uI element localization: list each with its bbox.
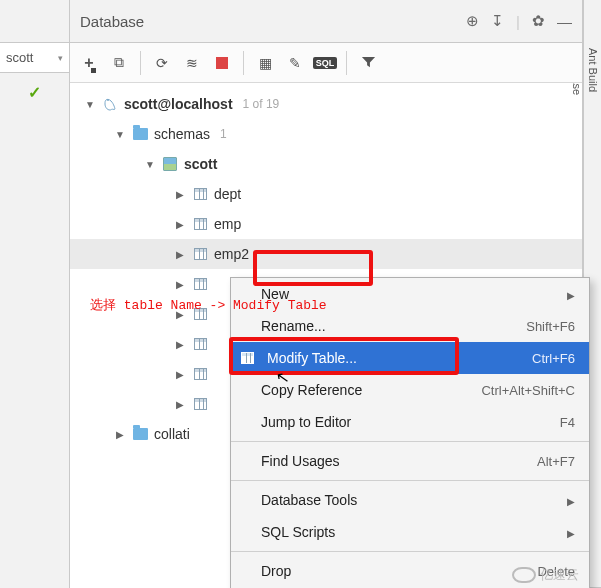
table-name: emp2	[214, 246, 249, 262]
left-user-label: scott	[6, 50, 33, 65]
gear-icon[interactable]: ✿	[532, 12, 545, 30]
annotation-text: 选择 table Name -> Modify Table	[90, 296, 327, 314]
add-button[interactable]: +	[76, 50, 102, 76]
panel-title: Database	[80, 13, 144, 30]
connection-label: scott@localhost	[124, 96, 233, 112]
collations-label: collati	[154, 426, 190, 442]
left-user-tab[interactable]: scott ▾	[0, 43, 69, 73]
watermark: 亿速云	[512, 566, 579, 584]
menu-item-database-tools[interactable]: Database Tools	[231, 484, 589, 516]
tree-schema-row[interactable]: scott	[70, 149, 582, 179]
table-icon	[194, 188, 207, 200]
duplicate-button[interactable]: ⧉	[106, 50, 132, 76]
collapse-icon[interactable]: ↧	[491, 12, 504, 30]
menu-separator	[231, 480, 589, 481]
shortcut-text: Ctrl+Alt+Shift+C	[481, 383, 575, 398]
schema-name: scott	[184, 156, 217, 172]
shortcut-text: F4	[560, 415, 575, 430]
menu-separator	[231, 441, 589, 442]
schemas-label: schemas	[154, 126, 210, 142]
menu-item-sql-scripts[interactable]: SQL Scripts	[231, 516, 589, 548]
menu-item-modify-table[interactable]: Modify Table... Ctrl+F6	[231, 342, 589, 374]
menu-separator	[231, 551, 589, 552]
sql-button[interactable]: SQL	[312, 50, 338, 76]
table-icon	[194, 398, 207, 410]
shortcut-text: Shift+F6	[526, 319, 575, 334]
shortcut-text: Alt+F7	[537, 454, 575, 469]
schema-icon	[163, 157, 177, 171]
menu-item-jump-to-editor[interactable]: Jump to Editor F4	[231, 406, 589, 438]
database-icon	[102, 96, 118, 112]
tree-schemas-row[interactable]: schemas 1	[70, 119, 582, 149]
chevron-right-icon[interactable]	[174, 368, 186, 380]
submenu-arrow-icon	[567, 524, 575, 540]
menu-item-find-usages[interactable]: Find Usages Alt+F7	[231, 445, 589, 477]
chevron-right-icon[interactable]	[174, 278, 186, 290]
tree-connection-row[interactable]: scott@localhost 1 of 19	[70, 89, 582, 119]
grid-button[interactable]: ▦	[252, 50, 278, 76]
menu-item-copy-reference[interactable]: Copy Reference Ctrl+Alt+Shift+C	[231, 374, 589, 406]
table-name: emp	[214, 216, 241, 232]
chevron-down-icon[interactable]	[84, 98, 96, 110]
refresh-button[interactable]: ⟳	[149, 50, 175, 76]
chevron-right-icon[interactable]	[174, 188, 186, 200]
connection-count: 1 of 19	[243, 97, 280, 111]
tree-table-row-selected[interactable]: emp2	[70, 239, 582, 269]
check-icon: ✓	[0, 83, 69, 102]
toolbar: + ⧉ ⟳ ≋ ▦ ✎ SQL	[70, 43, 582, 83]
chevron-down-icon: ▾	[58, 53, 63, 63]
submenu-arrow-icon	[567, 286, 575, 302]
submenu-arrow-icon	[567, 492, 575, 508]
table-icon	[194, 338, 207, 350]
chevron-down-icon[interactable]	[144, 158, 156, 170]
chevron-right-icon[interactable]	[114, 428, 126, 440]
svg-point-0	[107, 99, 109, 101]
minimize-icon[interactable]: —	[557, 13, 572, 30]
target-icon[interactable]: ⊕	[466, 12, 479, 30]
edit-button[interactable]: ✎	[282, 50, 308, 76]
query-button[interactable]: ≋	[179, 50, 205, 76]
table-icon	[239, 350, 255, 366]
filter-button[interactable]	[355, 50, 381, 76]
menu-item-rename[interactable]: Rename... Shift+F6	[231, 310, 589, 342]
cloud-icon	[512, 567, 536, 583]
panel-titlebar: Database ⊕ ↧ | ✿ —	[70, 0, 582, 43]
shortcut-text: Ctrl+F6	[532, 351, 575, 366]
chevron-right-icon[interactable]	[174, 248, 186, 260]
table-icon	[194, 248, 207, 260]
chevron-right-icon[interactable]	[174, 338, 186, 350]
tree-table-row[interactable]: dept	[70, 179, 582, 209]
tree-table-row[interactable]: emp	[70, 209, 582, 239]
table-icon	[194, 368, 207, 380]
schemas-count: 1	[220, 127, 227, 141]
table-name: dept	[214, 186, 241, 202]
chevron-right-icon[interactable]	[174, 218, 186, 230]
left-top-spacer	[0, 0, 69, 43]
context-menu: New Rename... Shift+F6 Modify Table... C…	[230, 277, 590, 588]
chevron-right-icon[interactable]	[174, 398, 186, 410]
watermark-text: 亿速云	[540, 566, 579, 584]
chevron-down-icon[interactable]	[114, 128, 126, 140]
folder-icon	[133, 128, 148, 140]
table-icon	[194, 278, 207, 290]
folder-icon	[133, 428, 148, 440]
table-icon	[194, 218, 207, 230]
stop-button[interactable]	[209, 50, 235, 76]
